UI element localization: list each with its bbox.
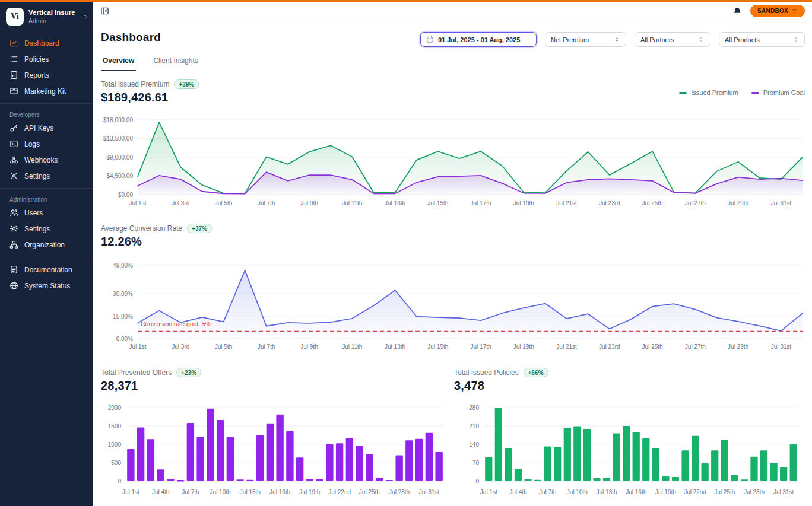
sidebar-item-marketing-kit[interactable]: Marketing Kit	[5, 83, 88, 99]
users-icon	[9, 208, 18, 217]
svg-text:Jul 9th: Jul 9th	[300, 200, 318, 206]
nav-divider	[0, 103, 93, 104]
sidebar-collapse-icon[interactable]	[100, 7, 109, 15]
issued-premium-line-chart: $0.00$4,500.00$9,000.00$13,500.00$18,000…	[101, 114, 807, 210]
svg-text:Jul 5th: Jul 5th	[215, 343, 232, 350]
metric-label: Total Issued Premium	[101, 80, 169, 88]
sidebar-item-reports[interactable]: Reports	[5, 67, 88, 83]
sidebar-item-system-status[interactable]: System Status	[5, 278, 88, 294]
products-select[interactable]: All Products	[719, 32, 805, 47]
svg-text:0: 0	[118, 478, 121, 485]
sidebar-item-label: Dashboard	[24, 39, 59, 47]
metric-total-issued-policies: Total Issued Policies +66% 3,478	[454, 368, 548, 393]
svg-text:500: 500	[111, 460, 121, 466]
nav-divider	[0, 188, 93, 189]
svg-text:140: 140	[469, 441, 479, 448]
metric-value: $189,426.61	[101, 91, 199, 104]
svg-text:Jul 7th: Jul 7th	[539, 489, 556, 495]
svg-text:Jul 27th: Jul 27th	[685, 200, 706, 206]
svg-text:Jul 3rd: Jul 3rd	[172, 200, 189, 206]
svg-text:Jul 22nd: Jul 22nd	[328, 489, 351, 495]
svg-text:Jul 21st: Jul 21st	[556, 200, 577, 206]
sidebar: Vi Vertical Insure Admin DashboardPolici…	[0, 2, 93, 506]
filters-row: 01 Jul, 2025 - 01 Aug, 2025 Net Premium …	[420, 32, 805, 47]
svg-text:Jul 15th: Jul 15th	[427, 200, 448, 206]
dashboard-icon	[9, 39, 18, 47]
svg-text:1000: 1000	[108, 441, 122, 448]
svg-text:Jul 22nd: Jul 22nd	[684, 489, 706, 495]
legend-swatch	[751, 92, 759, 94]
sidebar-item-webhooks[interactable]: Webhooks	[5, 152, 88, 168]
sidebar-item-settings[interactable]: Settings	[5, 221, 88, 237]
svg-text:$4,500.00: $4,500.00	[107, 173, 134, 179]
partners-select[interactable]: All Partners	[635, 32, 710, 47]
legend-label: Premium Goal	[763, 89, 805, 96]
brand-role: Admin	[28, 17, 75, 25]
svg-text:Jul 7th: Jul 7th	[182, 489, 199, 495]
sidebar-item-api-keys[interactable]: API Keys	[5, 120, 88, 136]
svg-text:Jul 9th: Jul 9th	[300, 343, 318, 350]
sidebar-item-label: Settings	[24, 225, 50, 233]
main-content: Dashboard 01 Jul, 2025 - 01 Aug, 2025 Ne…	[93, 20, 812, 506]
sidebar-item-documentation[interactable]: Documentation	[5, 262, 88, 278]
tab-bar: Overview Client Insights	[101, 54, 805, 71]
svg-text:30.00%: 30.00%	[113, 291, 133, 297]
metric-label: Average Conversion Rate	[101, 224, 182, 233]
svg-text:Jul 31st: Jul 31st	[419, 489, 440, 495]
sidebar-item-settings[interactable]: Settings	[5, 168, 88, 184]
top-accent-strip	[0, 0, 812, 2]
org-switcher[interactable]: Vi Vertical Insure Admin	[0, 2, 93, 31]
svg-text:$18,000.00: $18,000.00	[103, 117, 133, 123]
metric-change-badge: +37%	[187, 224, 212, 233]
sidebar-item-users[interactable]: Users	[5, 205, 88, 221]
date-range-value: 01 Jul, 2025 - 01 Aug, 2025	[438, 36, 520, 43]
svg-text:Jul 23rd: Jul 23rd	[599, 200, 620, 206]
svg-text:0.00%: 0.00%	[116, 336, 133, 342]
sidebar-item-label: Webhooks	[24, 156, 58, 164]
partners-select-value: All Partners	[640, 36, 674, 43]
tab-client-insights[interactable]: Client Insights	[151, 54, 199, 71]
svg-text:Jul 31st: Jul 31st	[773, 489, 794, 495]
chevron-up-down-icon	[82, 14, 88, 20]
notifications-bell-icon[interactable]	[732, 7, 742, 16]
reports-icon	[9, 71, 18, 79]
sidebar-item-label: Marketing Kit	[24, 87, 66, 96]
svg-text:Jul 13th: Jul 13th	[597, 489, 617, 495]
metric-select[interactable]: Net Premium	[545, 32, 626, 47]
svg-text:Jul 19th: Jul 19th	[299, 489, 320, 495]
svg-text:2000: 2000	[108, 405, 122, 411]
webhooks-icon	[9, 155, 18, 164]
sidebar-item-dashboard[interactable]: Dashboard	[5, 35, 88, 51]
sidebar-item-organization[interactable]: Organization	[5, 237, 88, 253]
svg-text:$9,000.00: $9,000.00	[107, 154, 134, 161]
svg-text:Jul 7th: Jul 7th	[258, 200, 275, 206]
metric-value: 28,371	[101, 379, 201, 393]
svg-text:$13,500.00: $13,500.00	[103, 135, 133, 142]
sidebar-item-logs[interactable]: Logs	[5, 136, 88, 152]
svg-text:Jul 4th: Jul 4th	[152, 489, 169, 495]
metric-value: 12.26%	[101, 235, 212, 249]
presented-offers-bar-chart: 0500100015002000Jul 1stJul 4thJul 7thJul…	[101, 400, 448, 499]
svg-text:Jul 25th: Jul 25th	[714, 489, 735, 495]
sandbox-environment-button[interactable]: SANDBOX	[750, 5, 805, 17]
legend-label: Issued Premium	[691, 89, 738, 96]
logs-icon	[9, 139, 18, 148]
nav-section-label: Administration	[5, 193, 88, 205]
sidebar-item-policies[interactable]: Policies	[5, 51, 88, 67]
header-bar: SANDBOX	[93, 2, 812, 20]
svg-text:Jul 5th: Jul 5th	[215, 200, 232, 206]
page-title: Dashboard	[101, 31, 161, 44]
svg-text:Jul 29th: Jul 29th	[728, 200, 748, 206]
date-range-picker[interactable]: 01 Jul, 2025 - 01 Aug, 2025	[420, 32, 537, 47]
gear-icon	[9, 171, 18, 180]
svg-text:Jul 7th: Jul 7th	[258, 343, 275, 350]
nav-section-label: Developers	[5, 108, 88, 120]
svg-text:Jul 13th: Jul 13th	[385, 200, 405, 206]
svg-text:Jul 16th: Jul 16th	[269, 489, 290, 495]
legend-item: Premium Goal	[751, 89, 805, 96]
svg-text:Jul 25th: Jul 25th	[642, 200, 663, 206]
svg-text:280: 280	[469, 405, 479, 411]
metric-total-presented-offers: Total Presented Offers +23% 28,371	[101, 368, 201, 393]
tab-overview[interactable]: Overview	[101, 54, 136, 71]
metric-change-badge: +23%	[176, 368, 201, 377]
